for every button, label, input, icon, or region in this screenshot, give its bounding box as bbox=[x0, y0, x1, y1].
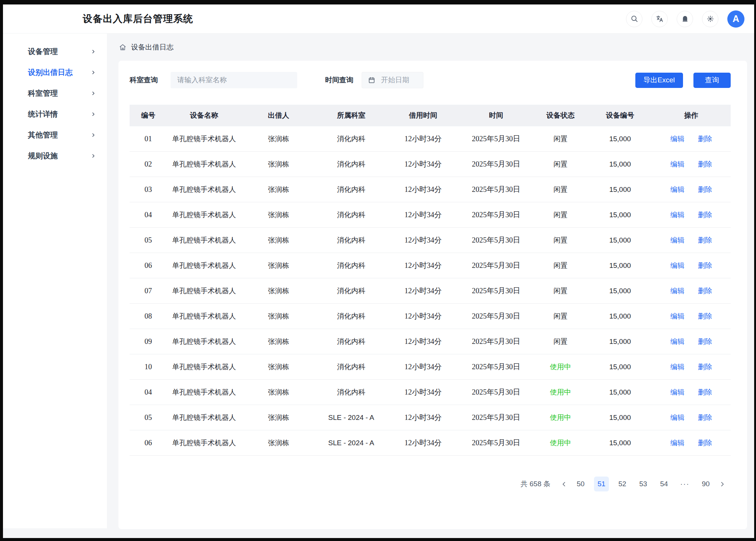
cell-department: 消化内科 bbox=[316, 159, 387, 169]
sidebar-item[interactable]: 设别出借日志 bbox=[3, 62, 107, 83]
log-table: 编号设备名称出借人所属科室借用时间时间设备状态设备编号操作 01单孔腔镜手术机器… bbox=[130, 105, 731, 456]
notification-icon bbox=[681, 15, 689, 23]
page-number[interactable]: 54 bbox=[657, 477, 671, 491]
table-row: 09单孔腔镜手术机器人张润栋消化内科12小时34分2025年5月30日闲置15,… bbox=[130, 329, 731, 354]
delete-link[interactable]: 删除 bbox=[698, 210, 712, 220]
cell-status: 闲置 bbox=[533, 286, 588, 296]
calendar-icon bbox=[368, 76, 375, 84]
cell-device-name: 单孔腔镜手术机器人 bbox=[167, 134, 241, 144]
cell-department: 消化内科 bbox=[316, 286, 387, 296]
table-row: 06单孔腔镜手术机器人张润栋SLE - 2024 - A12小时34分2025年… bbox=[130, 430, 731, 456]
table-header-row: 编号设备名称出借人所属科室借用时间时间设备状态设备编号操作 bbox=[130, 105, 731, 126]
page-number[interactable]: 90 bbox=[698, 477, 713, 491]
cell-device-no: 15,000 bbox=[588, 135, 652, 143]
page-number-active[interactable]: 51 bbox=[594, 477, 609, 491]
cell-actions: 编辑删除 bbox=[652, 235, 731, 245]
cell-status: 闲置 bbox=[533, 311, 588, 321]
sidebar-item[interactable]: 规则设施 bbox=[3, 145, 107, 166]
breadcrumb[interactable]: 设备出借日志 bbox=[118, 34, 747, 61]
next-page-button[interactable] bbox=[719, 481, 725, 487]
sidebar-item[interactable]: 设备管理 bbox=[3, 41, 107, 62]
cell-device-no: 15,000 bbox=[588, 211, 652, 219]
body: 设备管理设别出借日志科室管理统计详情其他管理规则设施 设备出借日志 科室查询 时… bbox=[3, 34, 754, 538]
cell-department: 消化内科 bbox=[316, 362, 387, 372]
edit-link[interactable]: 编辑 bbox=[670, 235, 684, 245]
edit-link[interactable]: 编辑 bbox=[670, 286, 684, 296]
cell-lender: 张润栋 bbox=[241, 185, 316, 194]
cell-device-no: 15,000 bbox=[588, 388, 652, 396]
cell-lender: 张润栋 bbox=[241, 134, 316, 144]
delete-link[interactable]: 删除 bbox=[698, 362, 712, 372]
edit-link[interactable]: 编辑 bbox=[670, 185, 684, 194]
edit-link[interactable]: 编辑 bbox=[670, 413, 684, 423]
notification-button[interactable] bbox=[677, 11, 693, 27]
cell-date: 2025年5月30日 bbox=[460, 286, 533, 296]
search-button[interactable] bbox=[626, 11, 642, 27]
user-avatar[interactable]: A bbox=[727, 10, 744, 28]
chevron-right-icon bbox=[91, 91, 96, 96]
cell-status: 使用中 bbox=[533, 438, 588, 448]
prev-page-button[interactable] bbox=[561, 481, 567, 487]
brightness-icon bbox=[706, 15, 714, 23]
cell-status: 闲置 bbox=[533, 337, 588, 347]
delete-link[interactable]: 删除 bbox=[698, 159, 712, 169]
sidebar-item[interactable]: 科室管理 bbox=[3, 83, 107, 104]
chevron-right-icon bbox=[91, 133, 96, 137]
sidebar-item-label: 设别出借日志 bbox=[28, 67, 73, 77]
breadcrumb-label: 设备出借日志 bbox=[131, 42, 174, 52]
delete-link[interactable]: 删除 bbox=[698, 413, 712, 423]
cell-duration: 12小时34分 bbox=[387, 159, 460, 169]
delete-link[interactable]: 删除 bbox=[698, 261, 712, 270]
edit-link[interactable]: 编辑 bbox=[670, 159, 684, 169]
page-number[interactable]: 52 bbox=[615, 477, 630, 491]
edit-link[interactable]: 编辑 bbox=[670, 311, 684, 321]
content-card: 科室查询 时间查询 开始日期 导出Excel 查询 bbox=[118, 61, 747, 529]
table-row: 02单孔腔镜手术机器人张润栋消化内科12小时34分2025年5月30日闲置15,… bbox=[130, 152, 731, 177]
cell-device-name: 单孔腔镜手术机器人 bbox=[167, 210, 241, 220]
edit-link[interactable]: 编辑 bbox=[670, 134, 684, 144]
delete-link[interactable]: 删除 bbox=[698, 286, 712, 296]
cell-department: 消化内科 bbox=[316, 210, 387, 220]
cell-date: 2025年5月30日 bbox=[460, 387, 533, 397]
delete-link[interactable]: 删除 bbox=[698, 387, 712, 397]
cell-date: 2025年5月30日 bbox=[460, 260, 533, 270]
cell-no: 02 bbox=[130, 160, 167, 168]
query-button[interactable]: 查询 bbox=[693, 73, 731, 88]
delete-link[interactable]: 删除 bbox=[698, 311, 712, 321]
column-header: 编号 bbox=[130, 111, 167, 120]
cell-lender: 张润栋 bbox=[241, 387, 316, 397]
delete-link[interactable]: 删除 bbox=[698, 235, 712, 245]
start-date-picker[interactable]: 开始日期 bbox=[362, 72, 423, 88]
edit-link[interactable]: 编辑 bbox=[670, 387, 684, 397]
delete-link[interactable]: 删除 bbox=[698, 337, 712, 347]
delete-link[interactable]: 删除 bbox=[698, 438, 712, 448]
edit-link[interactable]: 编辑 bbox=[670, 210, 684, 220]
sidebar: 设备管理设别出借日志科室管理统计详情其他管理规则设施 bbox=[3, 34, 107, 528]
cell-device-no: 15,000 bbox=[588, 236, 652, 244]
cell-department: 消化内科 bbox=[316, 134, 387, 144]
edit-link[interactable]: 编辑 bbox=[670, 261, 684, 270]
language-button[interactable] bbox=[651, 11, 668, 27]
page-number[interactable]: 50 bbox=[573, 477, 588, 491]
delete-link[interactable]: 删除 bbox=[698, 134, 712, 144]
cell-status: 闲置 bbox=[533, 210, 588, 220]
edit-link[interactable]: 编辑 bbox=[670, 337, 684, 347]
page-number[interactable]: 53 bbox=[636, 477, 651, 491]
cell-device-name: 单孔腔镜手术机器人 bbox=[167, 413, 241, 423]
delete-link[interactable]: 删除 bbox=[698, 185, 712, 194]
cell-lender: 张润栋 bbox=[241, 210, 316, 220]
sidebar-item[interactable]: 其他管理 bbox=[3, 124, 107, 145]
edit-link[interactable]: 编辑 bbox=[670, 362, 684, 372]
cell-device-name: 单孔腔镜手术机器人 bbox=[167, 185, 241, 194]
sidebar-item[interactable]: 统计详情 bbox=[3, 104, 107, 124]
theme-button[interactable] bbox=[702, 11, 718, 27]
app-title: 设备出入库后台管理系统 bbox=[83, 12, 193, 25]
dept-search-input[interactable] bbox=[171, 72, 297, 88]
cell-no: 05 bbox=[130, 413, 167, 422]
edit-link[interactable]: 编辑 bbox=[670, 438, 684, 448]
export-excel-button[interactable]: 导出Excel bbox=[635, 73, 683, 88]
chevron-right-icon bbox=[91, 49, 96, 54]
cell-department: 消化内科 bbox=[316, 337, 387, 347]
cell-device-no: 15,000 bbox=[588, 338, 652, 346]
cell-no: 04 bbox=[130, 388, 167, 396]
